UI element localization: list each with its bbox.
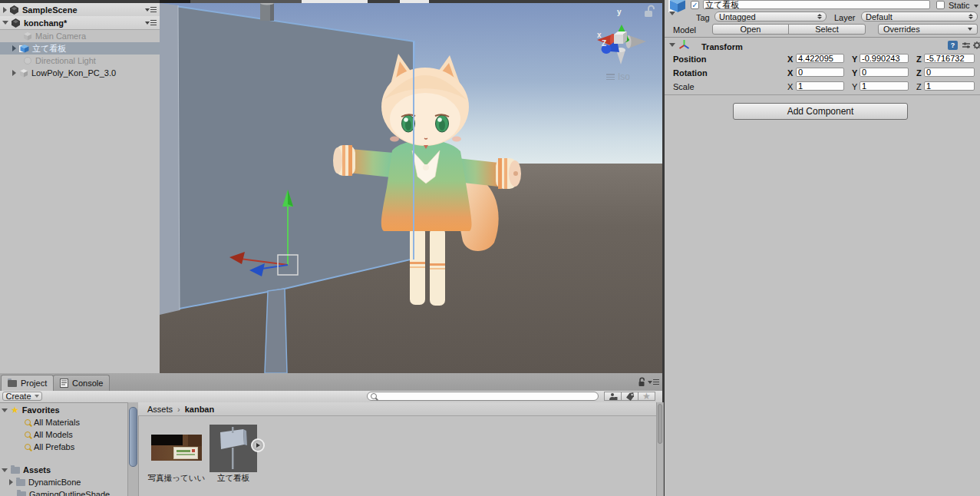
dropdown-arrows-icon — [817, 14, 822, 19]
search-bar[interactable] — [367, 392, 599, 401]
play-icon — [256, 443, 260, 448]
file-texture-thumbnail[interactable] — [151, 435, 202, 461]
fold-closed-icon[interactable] — [12, 45, 16, 51]
favorites-filter-button[interactable]: ★ — [638, 392, 655, 401]
scene-viewport[interactable]: y x Z Iso — [160, 0, 662, 373]
rotation-z-field[interactable] — [924, 68, 975, 77]
fold-open-icon[interactable] — [2, 21, 8, 25]
project-tab-icon — [8, 380, 17, 387]
scale-y-field[interactable] — [860, 81, 909, 91]
dropdown-arrow-icon — [35, 395, 39, 398]
gizmo-x-axis-label[interactable]: x — [597, 31, 602, 39]
project-panel: Project Console Create — [0, 373, 662, 496]
dropdown-arrows-icon — [968, 14, 973, 19]
position-y-field[interactable] — [860, 54, 909, 63]
file-label[interactable]: 写真撮っていい — [145, 473, 208, 484]
hierarchy-item-tatekanban[interactable]: 立て看板 — [0, 42, 160, 55]
breadcrumb-current[interactable]: kanban — [185, 405, 215, 414]
scale-z-field[interactable] — [924, 81, 975, 91]
create-button[interactable]: Create — [2, 392, 42, 401]
transform-fold-icon[interactable] — [669, 43, 675, 47]
layer-dropdown[interactable]: Default — [861, 12, 978, 21]
assets-title: Assets — [23, 465, 51, 475]
projection-icon — [606, 74, 615, 80]
tree-scrollbar[interactable] — [127, 402, 139, 496]
search-by-type-button[interactable] — [604, 392, 622, 401]
prefab-expand-badge[interactable] — [251, 438, 265, 452]
scene-context-menu-icon[interactable] — [145, 20, 157, 25]
favorite-all-materials[interactable]: All Materials — [25, 416, 80, 428]
static-dropdown-icon[interactable] — [974, 5, 978, 8]
fold-closed-icon[interactable] — [3, 7, 7, 13]
rotation-x-field[interactable] — [796, 68, 844, 77]
tag-dropdown[interactable]: Untagged — [714, 12, 827, 21]
folder-gamingoutlineshade[interactable]: GamingOutlineShade — [17, 488, 110, 496]
search-input[interactable] — [377, 392, 595, 401]
favorites-star-icon: ★ — [11, 405, 19, 415]
assets-root[interactable]: Assets — [2, 464, 51, 476]
transform-tool-icon — [678, 39, 690, 51]
axis-y-label: Y — [852, 68, 857, 78]
file-prefab-thumbnail[interactable] — [210, 425, 257, 472]
scene-context-menu-icon[interactable] — [145, 7, 157, 12]
gizmo-z-axis-label[interactable]: Z — [602, 39, 606, 48]
panel-menu-icon[interactable] — [648, 379, 659, 385]
projection-label: Iso — [618, 71, 630, 82]
unity-scene-icon — [9, 5, 19, 15]
breadcrumb-root[interactable]: Assets — [147, 405, 173, 414]
fold-closed-icon[interactable] — [9, 479, 13, 485]
scale-x-field[interactable] — [796, 81, 844, 91]
projection-toggle[interactable]: Iso — [606, 71, 630, 82]
axis-x-label: X — [787, 82, 793, 91]
tree-scrollbar-thumb[interactable] — [129, 407, 137, 467]
scene-name: SampleScene — [22, 5, 78, 15]
header-fold-icon[interactable] — [669, 12, 675, 15]
axis-y-label: Y — [852, 82, 857, 91]
unity-editor-window: SampleScene konchang* Main Camera 立て看板 D… — [0, 0, 980, 496]
hierarchy-panel: SampleScene konchang* Main Camera 立て看板 D… — [0, 0, 160, 373]
favorite-all-models[interactable]: All Models — [25, 428, 73, 441]
item-label: Directional Light — [35, 56, 96, 65]
breadcrumb: Assets › kanban — [138, 402, 656, 416]
panel-lock-icon[interactable] — [637, 377, 646, 387]
file-label[interactable]: 立て看板 — [213, 473, 254, 484]
model-open-button[interactable]: Open — [712, 24, 789, 35]
folder-dynamicbone[interactable]: DynamicBone — [9, 476, 81, 488]
fold-open-icon[interactable] — [2, 468, 8, 472]
fold-open-icon[interactable] — [2, 408, 8, 412]
active-checkbox[interactable]: ✓ — [691, 1, 699, 9]
hierarchy-scene-konchang[interactable]: konchang* — [0, 16, 160, 30]
folder-icon — [17, 491, 26, 496]
tab-project[interactable]: Project — [1, 375, 54, 391]
model-select-button[interactable]: Select — [788, 24, 866, 35]
project-tabbar: Project Console — [0, 373, 662, 392]
hierarchy-item-directional-light[interactable]: Directional Light — [0, 55, 160, 67]
static-checkbox[interactable] — [936, 1, 945, 9]
tag-value: Untagged — [719, 12, 756, 21]
search-by-label-button[interactable] — [621, 392, 638, 401]
row-label: Rotation — [673, 68, 708, 78]
dropdown-arrow-icon — [968, 28, 972, 31]
gizmo-y-axis-label[interactable]: y — [617, 8, 622, 16]
gear-icon[interactable] — [972, 41, 980, 50]
help-icon[interactable]: ? — [948, 41, 958, 50]
item-label: LowPoly_Kon_PC_3.0 — [31, 68, 116, 78]
fold-closed-icon[interactable] — [12, 70, 16, 76]
files-scrollbar-thumb[interactable] — [658, 404, 662, 444]
hierarchy-scene-sample[interactable]: SampleScene — [0, 3, 160, 17]
search-icon — [371, 393, 377, 399]
hierarchy-item-main-camera[interactable]: Main Camera — [0, 30, 160, 42]
add-component-button[interactable]: Add Component — [733, 103, 908, 120]
position-x-field[interactable] — [796, 54, 844, 63]
favorite-all-prefabs[interactable]: All Prefabs — [25, 441, 74, 453]
presets-icon[interactable] — [962, 41, 971, 50]
rotation-y-field[interactable] — [860, 68, 909, 77]
files-scrollbar[interactable] — [656, 402, 664, 496]
tab-console[interactable]: Console — [53, 375, 110, 391]
hierarchy-item-lowpoly-kon[interactable]: LowPoly_Kon_PC_3.0 — [0, 67, 160, 79]
favorites-root[interactable]: ★ Favorites — [2, 404, 60, 416]
gameobject-name-field[interactable] — [703, 0, 930, 9]
prefab-model-icon — [19, 44, 29, 53]
overrides-dropdown[interactable]: Overrides — [878, 24, 978, 35]
position-z-field[interactable] — [924, 54, 975, 63]
